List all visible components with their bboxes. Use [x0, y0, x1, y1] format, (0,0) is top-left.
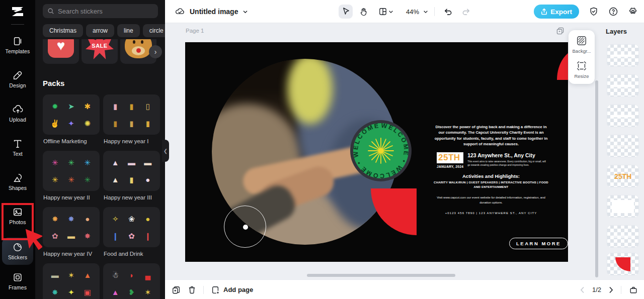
settings-button[interactable] — [628, 7, 638, 17]
help-button[interactable] — [608, 7, 618, 17]
sticker-thumb[interactable]: ▮ — [113, 120, 117, 127]
sidebar-item-text[interactable]: Text — [2, 134, 33, 161]
welcome-badge[interactable]: WELCOME • WELCOME • WELCOME • — [349, 119, 413, 182]
chip-circle[interactable]: circle — [143, 24, 165, 37]
sticker-thumb[interactable]: ▲ — [112, 176, 119, 183]
layout-tool-button[interactable] — [375, 5, 397, 19]
export-button[interactable]: Export — [534, 5, 579, 19]
pack-partial-1[interactable]: ▬ ✶ ▲ ✸ ✦ ▣ — [43, 263, 100, 299]
sticker-thumb[interactable]: ✸ — [68, 215, 74, 223]
pack-offline-marketing[interactable]: ✹ ➤ ✱ ✌ ✦ ✺ Offline Marketing — [43, 94, 100, 144]
sticker-search[interactable] — [43, 4, 158, 18]
sticker-thumb[interactable]: ✳ — [52, 176, 58, 183]
delete-page-button[interactable] — [188, 285, 196, 294]
sidebar-item-shapes[interactable]: Shapes — [2, 168, 33, 195]
redo-button[interactable] — [459, 5, 473, 19]
sidebar-item-upload[interactable]: Upload — [2, 100, 33, 127]
date-month[interactable]: JANUARY, 2024 — [437, 165, 463, 168]
sticker-thumb[interactable]: ✿ — [128, 232, 135, 240]
sticker-thumb[interactable]: ❀ — [128, 215, 135, 223]
sticker-thumb[interactable]: ✶ — [68, 271, 74, 279]
sticker-thumb[interactable]: ▮ — [129, 176, 133, 183]
sticker-thumb[interactable]: ☃ — [112, 271, 118, 279]
sticker-thumb[interactable]: ▲ — [112, 159, 119, 166]
sticker-thumb[interactable]: ▲ — [112, 288, 119, 296]
sticker-thumb[interactable]: ▮ — [146, 120, 150, 127]
zoom-dropdown-chevron-icon[interactable] — [423, 10, 428, 14]
pack-food-and-drink[interactable]: ✧ ❀ ● ❙ ✿ ❙ Food and Drink — [103, 207, 160, 257]
sticker-thumb[interactable]: ❙ — [145, 232, 151, 240]
prev-page-button[interactable] — [580, 286, 585, 293]
sticker-thumb[interactable]: ✺ — [85, 120, 91, 127]
select-tool-button[interactable] — [339, 5, 353, 19]
sticker-thumb[interactable]: ✳ — [85, 159, 91, 166]
sticker-thumb[interactable]: ➤ — [68, 103, 74, 110]
layer-item-red-shape[interactable] — [607, 253, 639, 275]
title-dropdown-chevron-icon[interactable] — [243, 10, 248, 14]
sticker-thumb[interactable]: ▬ — [51, 271, 59, 279]
sidebar-item-stickers[interactable]: Stickers — [2, 238, 33, 265]
sticker-thumb[interactable]: ❥ — [128, 288, 135, 296]
sticker-thumb[interactable]: ● — [145, 176, 150, 183]
red-quarter-shape[interactable] — [371, 188, 417, 235]
sticker-thumb[interactable]: ✳ — [68, 176, 74, 183]
undo-button[interactable] — [441, 5, 455, 19]
date-block[interactable]: 25TH JANUARY, 2024 — [437, 152, 463, 168]
layer-item-text[interactable] — [607, 74, 639, 97]
sticker-thumb[interactable]: ▮ — [113, 103, 117, 110]
chip-line[interactable]: line — [117, 24, 140, 37]
sticker-thumb[interactable]: ▮ — [129, 103, 133, 110]
sticker-thumb[interactable]: ✸ — [52, 288, 58, 296]
sticker-thumb[interactable]: ✶ — [145, 288, 151, 296]
design-canvas[interactable]: WELCOME • WELCOME • WELCOME • Discover t… — [185, 42, 568, 262]
sticker-thumb[interactable]: ● — [145, 215, 150, 223]
sticker-thumb[interactable]: ✳ — [85, 176, 91, 183]
sticker-sale-badge[interactable]: SALE — [82, 39, 118, 64]
poster-address[interactable]: 123 Anywhere St., Any City — [467, 152, 548, 158]
horizontal-scrollbar[interactable] — [307, 274, 455, 277]
privacy-shield-button[interactable] — [589, 7, 599, 17]
layer-item-text[interactable] — [607, 225, 639, 248]
sticker-thumb[interactable]: ✦ — [68, 288, 74, 296]
white-circle-outline[interactable] — [224, 206, 266, 248]
sticker-thumb[interactable]: ▄ — [145, 271, 151, 279]
sticker-thumb[interactable]: ● — [85, 215, 90, 223]
layer-item-text[interactable] — [607, 44, 639, 67]
layer-item-rectangle[interactable] — [607, 195, 639, 218]
sticker-thumb[interactable]: ✸ — [85, 232, 91, 240]
sticker-thumb[interactable]: ✳ — [68, 159, 74, 166]
sticker-thumb[interactable]: ✦ — [68, 120, 74, 127]
sidebar-item-photos[interactable]: Photos — [2, 203, 33, 230]
sticker-thumb[interactable]: ✳ — [52, 159, 58, 166]
sticker-thumb[interactable]: ▬ — [67, 232, 75, 240]
activities-list[interactable]: CHARITY WALK/RUN | GUEST SPEAKERS | INTE… — [434, 180, 548, 190]
sticker-thumb[interactable]: ✿ — [52, 232, 58, 240]
pack-happy-new-year-2[interactable]: ✳ ✳ ✳ ✳ ✳ ✳ Happy new year II — [43, 151, 100, 201]
sticker-heart[interactable]: ♥ — [43, 39, 79, 64]
sticker-thumb[interactable]: ✌ — [50, 120, 60, 127]
sticker-thumb[interactable]: ▯ — [146, 103, 150, 110]
poster-text-block[interactable]: Discover the power of giving back and ma… — [434, 124, 548, 215]
poster-visit-text[interactable]: Visit www.capcut.com our event website f… — [434, 195, 548, 205]
layer-item-text[interactable] — [607, 105, 639, 127]
activities-title[interactable]: Activities and Highlights: — [434, 173, 548, 179]
chip-christmas[interactable]: Christmas — [43, 24, 83, 37]
red-corner-shape[interactable] — [557, 49, 568, 80]
background-tool[interactable]: Backgr... — [573, 35, 591, 54]
document-title[interactable]: Untitled image — [190, 8, 238, 16]
featured-next-button[interactable]: › — [149, 45, 162, 58]
pack-partial-2[interactable]: ☃ ◗ ▄ ▲ ❥ ✶ — [103, 263, 160, 299]
layer-item-date-day[interactable]: 25TH — [607, 165, 639, 187]
resize-tool[interactable]: Resize — [574, 60, 589, 79]
chip-arrow[interactable]: arrow — [86, 24, 114, 37]
sticker-thumb[interactable]: ▣ — [84, 288, 91, 296]
duplicate-page-button[interactable] — [172, 285, 181, 294]
sticker-thumb[interactable]: ▲ — [84, 271, 91, 279]
sticker-thumb[interactable]: ✸ — [52, 215, 58, 223]
sticker-thumb[interactable]: ✹ — [52, 103, 58, 110]
pack-happy-new-year-3[interactable]: ▲ ▬ ▬ ▲ ▮ ● Happy new year III — [103, 151, 160, 201]
sticker-thumb[interactable]: ❙ — [112, 232, 119, 240]
sidebar-item-design[interactable]: Design — [2, 66, 33, 93]
next-page-button[interactable] — [609, 286, 613, 293]
layer-item-date-month[interactable]: JANUARY, 2024 — [607, 135, 639, 157]
